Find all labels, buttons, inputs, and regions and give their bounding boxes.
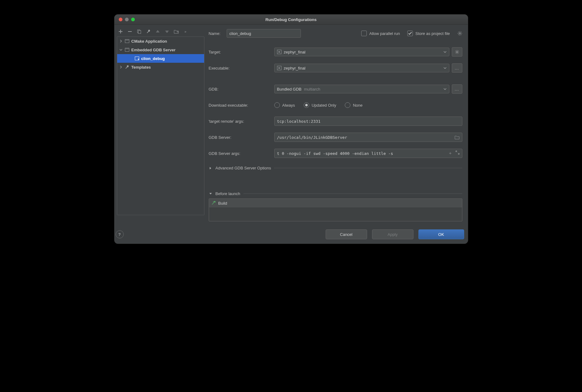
run-config-icon bbox=[135, 56, 139, 61]
gdbserver-input[interactable]: /usr/local/bin/JLinkGDBServer bbox=[274, 133, 462, 142]
remote-args-input[interactable]: tcp:localhost:2331 bbox=[274, 117, 462, 126]
svg-rect-5 bbox=[125, 48, 129, 52]
gdb-select[interactable]: Bundled GDB multiarch bbox=[274, 85, 449, 93]
radio-icon bbox=[345, 102, 350, 108]
svg-rect-12 bbox=[214, 201, 216, 202]
sidebar-toolbar: » bbox=[117, 27, 204, 36]
advanced-toggle[interactable]: Advanced GDB Server Options bbox=[209, 166, 462, 170]
radio-icon bbox=[274, 102, 280, 108]
target-icon bbox=[277, 66, 281, 70]
remote-args-label: 'target remote' args: bbox=[209, 119, 274, 124]
application-icon bbox=[125, 47, 130, 52]
download-updated-radio[interactable]: Updated Only bbox=[304, 102, 336, 108]
hammer-icon bbox=[212, 201, 216, 205]
apply-button[interactable]: Apply bbox=[372, 229, 413, 239]
gear-icon[interactable] bbox=[457, 31, 462, 36]
help-button[interactable]: ? bbox=[116, 230, 124, 238]
tree-label: Embedded GDB Server bbox=[131, 48, 176, 52]
window-title: Run/Debug Configurations bbox=[114, 17, 468, 22]
executable-select[interactable]: zephyr_final bbox=[274, 64, 449, 72]
remove-icon[interactable] bbox=[127, 29, 132, 34]
gdbargs-input[interactable]: t 0 -nogui -if swd -speed 4000 -endian l… bbox=[274, 149, 462, 158]
move-up-icon[interactable] bbox=[155, 29, 160, 34]
target-icon bbox=[277, 50, 281, 54]
folder-icon[interactable] bbox=[455, 135, 460, 139]
tree-group-gdb[interactable]: Embedded GDB Server bbox=[117, 45, 204, 54]
executable-browse-button[interactable]: ... bbox=[452, 63, 462, 73]
checkbox-icon bbox=[407, 31, 413, 36]
before-launch-item[interactable]: Build bbox=[209, 199, 462, 207]
tree-label: CMake Application bbox=[131, 39, 167, 44]
svg-rect-2 bbox=[138, 31, 141, 34]
svg-rect-0 bbox=[128, 31, 132, 32]
allow-parallel-checkbox[interactable]: Allow parallel run bbox=[361, 31, 400, 36]
ok-button[interactable]: OK bbox=[418, 229, 464, 239]
svg-rect-6 bbox=[126, 49, 129, 49]
chevron-down-icon bbox=[119, 48, 123, 51]
chevron-down-icon bbox=[209, 192, 212, 196]
checkbox-icon bbox=[361, 31, 367, 36]
chevron-down-icon bbox=[443, 66, 447, 70]
config-tree: CMake Application Embedded GDB Server bbox=[117, 36, 204, 215]
before-launch-toggle[interactable]: Before launch bbox=[209, 191, 462, 196]
svg-point-10 bbox=[456, 51, 457, 53]
target-label: Target: bbox=[209, 50, 274, 54]
download-label: Download executable: bbox=[209, 103, 274, 108]
move-down-icon[interactable] bbox=[165, 29, 169, 34]
add-icon[interactable]: ＋ bbox=[448, 151, 452, 156]
gdbserver-label: GDB Server: bbox=[209, 135, 274, 140]
application-icon bbox=[125, 39, 130, 44]
chevron-down-icon bbox=[443, 87, 447, 91]
svg-rect-4 bbox=[126, 40, 129, 40]
target-settings-button[interactable] bbox=[452, 47, 462, 57]
target-select[interactable]: zephyr_final bbox=[274, 48, 449, 56]
svg-rect-3 bbox=[125, 40, 129, 43]
download-none-radio[interactable]: None bbox=[345, 102, 362, 108]
gdb-label: GDB: bbox=[209, 87, 274, 92]
tree-group-cmake[interactable]: CMake Application bbox=[117, 37, 204, 45]
tree-label: Templates bbox=[131, 65, 151, 70]
chevron-down-icon bbox=[443, 50, 447, 53]
copy-icon[interactable] bbox=[137, 29, 142, 34]
name-input[interactable]: clion_debug bbox=[227, 29, 301, 38]
chevron-right-icon bbox=[209, 166, 212, 170]
store-project-checkbox[interactable]: Store as project file bbox=[407, 31, 450, 36]
add-icon[interactable] bbox=[118, 29, 123, 34]
tree-group-templates[interactable]: Templates bbox=[117, 63, 204, 71]
wrench-icon[interactable] bbox=[146, 29, 151, 34]
folder-move-icon[interactable] bbox=[174, 29, 179, 34]
tree-item-clion-debug[interactable]: clion_debug bbox=[117, 54, 204, 63]
svg-point-8 bbox=[459, 33, 460, 34]
tree-label: clion_debug bbox=[141, 56, 165, 61]
download-always-radio[interactable]: Always bbox=[274, 102, 295, 108]
chevron-right-icon bbox=[119, 40, 123, 43]
gdb-browse-button[interactable]: ... bbox=[452, 84, 462, 94]
name-label: Name: bbox=[209, 31, 220, 36]
chevron-right-icon bbox=[119, 66, 123, 69]
run-debug-dialog: Run/Debug Configurations » bbox=[114, 14, 468, 244]
before-launch-list[interactable]: Build bbox=[209, 198, 462, 221]
cancel-button[interactable]: Cancel bbox=[326, 229, 367, 239]
wrench-icon bbox=[125, 65, 130, 70]
more-icon[interactable]: » bbox=[183, 29, 188, 34]
gdbargs-label: GDB Server args: bbox=[209, 151, 274, 156]
executable-label: Executable: bbox=[209, 66, 274, 70]
expand-icon[interactable] bbox=[456, 151, 460, 156]
titlebar[interactable]: Run/Debug Configurations bbox=[114, 15, 468, 25]
radio-icon bbox=[304, 102, 309, 108]
